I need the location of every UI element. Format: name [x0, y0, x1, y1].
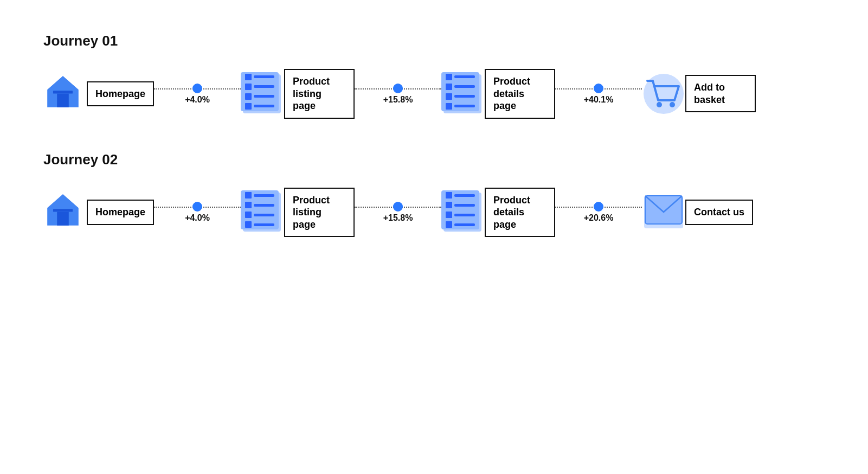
connector-line	[355, 201, 441, 212]
node-contact2: Contact us	[642, 190, 753, 234]
connector-pct: +15.8%	[383, 213, 413, 223]
node-pdp1: Product details page	[441, 69, 555, 119]
connector-pct: +4.0%	[185, 95, 210, 105]
node-label: Product listing page	[284, 188, 355, 238]
node-plp2: Product listing page	[241, 188, 355, 238]
connector-line	[555, 201, 642, 212]
list-icon	[441, 72, 485, 116]
connector-1: +15.8%	[355, 201, 441, 223]
svg-rect-2	[53, 91, 73, 93]
svg-rect-8	[53, 209, 73, 212]
connector-line	[154, 201, 241, 212]
node-home1: Homepage	[43, 72, 154, 116]
svg-rect-1	[57, 93, 69, 107]
cart-icon	[642, 72, 685, 116]
connector-pct: +15.8%	[383, 95, 413, 105]
connector-dot	[393, 202, 403, 212]
list-icon	[241, 72, 284, 116]
envelope-icon	[642, 190, 685, 234]
node-label: Product listing page	[284, 69, 355, 119]
connector-line	[355, 83, 441, 94]
home-icon	[43, 72, 87, 116]
connector-dot	[393, 84, 403, 93]
journey-flow: Homepage +4.0% Product listing page +15.…	[43, 69, 825, 119]
journey-title: Journey 01	[43, 33, 825, 49]
connector-line	[555, 83, 642, 94]
connector-pct: +40.1%	[584, 95, 614, 105]
node-pdp2: Product details page	[441, 188, 555, 238]
node-label: Homepage	[87, 200, 154, 225]
node-label: Product details page	[485, 69, 555, 119]
node-label: Contact us	[685, 200, 753, 225]
node-label: Product details page	[485, 188, 555, 238]
connector-pct: +4.0%	[185, 213, 210, 223]
list-icon	[241, 190, 284, 234]
home-icon	[43, 190, 87, 234]
journey-flow: Homepage +4.0% Product listing page +15.…	[43, 188, 825, 238]
svg-rect-7	[57, 212, 69, 226]
svg-point-4	[657, 102, 662, 107]
connector-0: +4.0%	[154, 83, 241, 105]
list-icon	[441, 190, 485, 234]
svg-point-5	[670, 102, 675, 107]
connector-dot	[594, 202, 603, 212]
node-home2: Homepage	[43, 190, 154, 234]
connector-2: +20.6%	[555, 201, 642, 223]
connector-dot	[594, 84, 603, 93]
connector-dot	[192, 202, 202, 212]
journey-section-2: Journey 02 Homepage +4.0% Product listin…	[43, 151, 825, 238]
node-label: Add to basket	[685, 75, 756, 112]
connector-0: +4.0%	[154, 201, 241, 223]
node-basket1: Add to basket	[642, 72, 756, 116]
connector-2: +40.1%	[555, 83, 642, 105]
connector-dot	[192, 84, 202, 93]
node-label: Homepage	[87, 81, 154, 107]
connector-pct: +20.6%	[584, 213, 614, 223]
node-plp1: Product listing page	[241, 69, 355, 119]
journey-title: Journey 02	[43, 151, 825, 168]
connector-1: +15.8%	[355, 83, 441, 105]
journey-section-1: Journey 01 Homepage +4.0% Product listin…	[43, 33, 825, 119]
connector-line	[154, 83, 241, 94]
